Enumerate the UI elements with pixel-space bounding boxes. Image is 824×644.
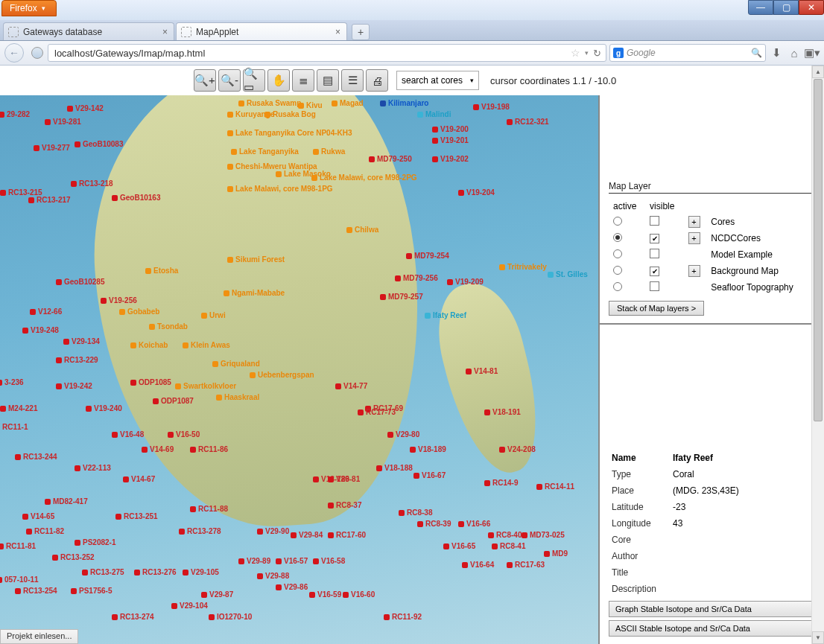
zoom-in-button[interactable]: 🔍+ — [194, 69, 216, 92]
map-marker[interactable]: V19-201 — [432, 136, 469, 144]
layer-active-radio[interactable] — [613, 266, 622, 275]
map-marker[interactable]: RC17-60 — [328, 531, 366, 539]
graph-data-button[interactable]: Graph Stable Isotope and Sr/Ca Data — [609, 601, 815, 617]
map-marker[interactable]: V16-66 — [458, 520, 490, 528]
map-marker[interactable]: V16-48 — [112, 430, 144, 439]
map-marker[interactable]: V29-87 — [201, 590, 233, 599]
map-marker[interactable]: V19-240 — [86, 404, 122, 412]
layer-visible-check[interactable] — [650, 249, 659, 258]
url-bar[interactable]: localhost/Gateways/Imap/map.html ☆ ▾ ↻ — [48, 44, 606, 62]
map-marker[interactable]: RC8-38 — [399, 508, 432, 517]
map-marker[interactable]: V22-113 — [75, 464, 111, 472]
layer-visible-check[interactable] — [650, 216, 659, 226]
map-marker[interactable]: MD82-417 — [45, 497, 88, 506]
map-marker[interactable]: Malindi — [417, 110, 451, 118]
layer-active-radio[interactable] — [613, 249, 622, 258]
layer-active-radio[interactable] — [613, 282, 622, 291]
map-marker[interactable]: V19-242 — [56, 382, 92, 390]
map-marker[interactable]: V16-58 — [313, 557, 345, 565]
stack-layers-button[interactable]: Stack of Map layers > — [609, 301, 704, 316]
map-marker[interactable]: RC11-81 — [0, 542, 36, 550]
map-marker[interactable]: V16-65 — [443, 542, 475, 550]
map-marker[interactable]: RC11-92 — [384, 613, 422, 621]
map-marker[interactable]: V16-67 — [413, 471, 446, 479]
map-marker[interactable]: Tritrivakely — [499, 263, 547, 271]
map-marker[interactable]: V29-142 — [67, 104, 104, 112]
layer-visible-check[interactable]: ✔ — [650, 267, 659, 276]
map-marker[interactable]: V29-86 — [276, 583, 308, 591]
map-marker[interactable]: M24-221 — [0, 404, 37, 412]
map-marker[interactable]: V29-134 — [63, 337, 100, 345]
map-marker[interactable]: RC17-63 — [507, 561, 545, 569]
close-icon[interactable]: × — [161, 27, 169, 37]
scroll-down-icon[interactable]: ▼ — [812, 631, 824, 644]
map-marker[interactable]: RC14-11 — [536, 482, 574, 491]
back-button[interactable]: ← — [4, 43, 24, 63]
map-marker[interactable]: RC13-274 — [112, 613, 154, 621]
map-marker[interactable]: 29-282 — [0, 110, 30, 118]
map-marker[interactable]: IO1270-10 — [209, 613, 252, 621]
map-marker[interactable]: RC8-40 — [488, 531, 522, 539]
minimize-button[interactable]: — — [748, 0, 773, 15]
map-marker[interactable]: RC13-217 — [28, 196, 71, 204]
vertical-scrollbar[interactable]: ▲ ▼ — [811, 66, 824, 644]
zoom-out-button[interactable]: 🔍- — [218, 69, 241, 92]
map-marker[interactable]: V18-189 — [410, 445, 446, 453]
search-at-select[interactable]: search at cores — [396, 71, 479, 90]
map-marker[interactable]: Kilimanjaro — [380, 99, 428, 107]
map-marker[interactable]: V16-59 — [309, 590, 341, 599]
bookmark-icon[interactable]: ☆ — [571, 47, 580, 59]
map-marker[interactable]: RC8-39 — [417, 520, 451, 528]
map-marker[interactable]: V19-198 — [473, 103, 510, 111]
reload-icon[interactable]: ↻ — [593, 48, 601, 59]
firefox-menu-button[interactable]: Firefox — [1, 0, 57, 16]
map-marker[interactable]: V29-84 — [291, 531, 323, 539]
map-marker[interactable]: V29-104 — [171, 602, 208, 610]
map-marker[interactable]: V16-60 — [343, 590, 375, 599]
map-marker[interactable]: RC13-229 — [56, 356, 98, 364]
map-marker[interactable]: V19-277 — [34, 144, 70, 152]
map-marker[interactable]: RC13-278 — [179, 527, 221, 535]
browser-search-box[interactable]: g Google 🔍 — [609, 44, 766, 62]
layer-visible-check[interactable]: ✔ — [650, 234, 659, 243]
search-icon[interactable]: 🔍 — [751, 48, 762, 58]
legend-button[interactable]: ☰ — [341, 69, 364, 92]
map-marker[interactable]: MD73-025 — [522, 531, 565, 539]
scroll-up-icon[interactable]: ▲ — [812, 66, 824, 78]
map-marker[interactable]: V14-67 — [123, 475, 155, 483]
tab-gateways-database[interactable]: Gateways database × — [3, 22, 174, 40]
bookmarks-menu-icon[interactable]: ▣▾ — [805, 45, 820, 60]
map-marker[interactable]: RC12-321 — [507, 118, 549, 126]
maximize-button[interactable]: ▢ — [773, 0, 799, 15]
tab-mapapplet[interactable]: MapApplet × — [176, 22, 347, 40]
ascii-data-button[interactable]: ASCII Stable Isotope and Sr/Ca Data — [609, 620, 815, 637]
map-marker[interactable]: 3-236 — [0, 378, 24, 386]
map-marker[interactable]: V29-105 — [183, 568, 219, 576]
layer-visible-check[interactable] — [650, 281, 659, 291]
layer-expand-button[interactable]: + — [688, 265, 700, 277]
chevron-down-icon[interactable]: ▾ — [585, 49, 589, 57]
map-marker[interactable]: V19-200 — [432, 125, 469, 133]
map-marker[interactable]: RC13-275 — [82, 568, 124, 576]
scroll-thumb[interactable] — [814, 79, 823, 421]
layer-expand-button[interactable]: + — [688, 216, 700, 228]
map-marker[interactable]: V12-66 — [30, 307, 62, 316]
map-marker[interactable]: RC13-252 — [52, 553, 95, 561]
close-button[interactable]: ✕ — [799, 0, 824, 15]
map-marker[interactable]: V16-64 — [462, 561, 494, 569]
downloads-icon[interactable]: ⬇ — [769, 45, 784, 60]
map-marker[interactable]: 057-10-11 — [0, 576, 39, 584]
new-tab-button[interactable]: + — [352, 24, 370, 40]
map-marker[interactable]: RC13-251 — [115, 512, 158, 520]
layer-active-radio[interactable] — [613, 217, 622, 226]
map-marker[interactable]: V19-248 — [22, 326, 59, 334]
map-marker[interactable]: PS1756-5 — [71, 587, 112, 595]
map-marker[interactable]: V29-90 — [257, 527, 289, 535]
layer-expand-button[interactable]: + — [688, 232, 700, 244]
map-marker[interactable]: V14-65 — [22, 512, 54, 520]
close-icon[interactable]: × — [334, 27, 342, 37]
map-marker[interactable]: RC8-41 — [492, 542, 525, 550]
map-marker[interactable]: RC14-9 — [484, 479, 518, 487]
map-marker[interactable]: GeoB10083 — [75, 140, 123, 148]
map-marker[interactable]: RC13-215 — [0, 188, 42, 197]
